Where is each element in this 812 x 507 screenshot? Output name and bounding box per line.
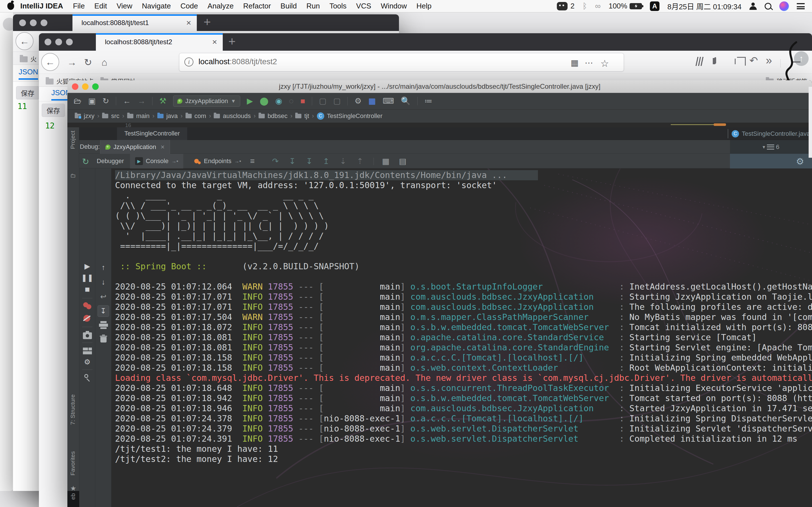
close-window-button[interactable] [19,19,26,26]
wrench-icon[interactable]: ⚙ [354,97,361,105]
up-stack-icon[interactable]: ↑ [95,263,111,272]
menu-item-refactor[interactable]: Refactor [243,2,271,10]
minimize-window-button[interactable] [55,39,62,45]
artifacts-icon[interactable]: ▢ [333,97,341,105]
sync-icon[interactable]: ↻ [102,97,109,105]
breadcrumb-item-jzxy[interactable]: jzxy [84,112,94,120]
forward-icon[interactable]: → [138,97,146,105]
back-button[interactable]: ← [15,32,34,50]
pause-icon[interactable]: ❚❚ [79,274,95,282]
resume-icon[interactable]: ▶ [79,262,95,271]
breadcrumb-item-bdbsec[interactable]: bdbsec [267,112,288,120]
input-source-icon[interactable]: A [650,1,659,11]
window-controls[interactable] [45,39,73,45]
zoom-window-button[interactable] [92,83,99,90]
print-icon[interactable] [99,321,108,328]
open-icon[interactable]: 🗁 [73,97,82,105]
close-window-button[interactable] [72,83,79,90]
new-tab-button[interactable]: + [204,15,211,29]
arrow-up-icon[interactable]: ↥ [323,157,329,166]
sidebar-item-partial[interactable]: eb [70,493,77,500]
pin-icon[interactable]: →▪ [171,158,178,164]
tab-endpoints[interactable]: Endpoints →▪ [189,154,246,168]
debug-session-tab[interactable]: JzxyApplication × [100,140,170,154]
menu-item-build[interactable]: Build [281,2,297,10]
url-bar[interactable]: i localhost:8088/tjt/test2 ▦ ⋯ ☆ [179,53,624,71]
wechat-status[interactable]: 2 [557,2,574,10]
gear-icon[interactable]: ⚙ [79,358,95,367]
bluetooth-icon[interactable]: ᛒ [582,2,587,11]
minimize-window-button[interactable] [30,19,37,26]
zoom-window-button[interactable] [66,39,73,45]
debug-bug-icon[interactable]: ⬤ [260,97,268,105]
evaluate-icon[interactable]: ▦ [382,157,389,166]
arrow-down-icon[interactable]: ↧ [289,157,296,166]
menu-item-code[interactable]: Code [181,2,198,10]
breadcrumb-item-com[interactable]: com [195,112,206,120]
screenshot-icon[interactable] [735,59,735,64]
menu-item-navigate[interactable]: Navigate [142,2,171,10]
menu-item-file[interactable]: File [73,2,85,10]
sidebar-item-structure[interactable]: 7: Structure [69,394,76,425]
terminal-icon[interactable]: ⌨ [383,97,394,105]
menu-item-window[interactable]: Window [381,2,407,10]
breadcrumb-item-src[interactable]: src [111,112,119,120]
close-tab-icon[interactable]: × [186,18,191,27]
menu-item-edit[interactable]: Edit [94,2,107,10]
bookmark-folder[interactable]: 火 [31,56,37,63]
console-output[interactable]: /Library/Java/JavaVirtualMachines/jdk1.8… [111,168,812,507]
scroll-to-end-icon[interactable]: ↧ [98,305,109,317]
rerun-icon[interactable]: ↻ [82,157,89,166]
toolbar-settings-icon[interactable]: ≔ [424,97,432,105]
undo-icon[interactable]: ↶ [749,55,758,66]
url-text[interactable]: localhost:8088/tjt/test2 [199,57,277,66]
view-breakpoints-icon[interactable] [83,302,92,309]
layout-lines-icon[interactable]: ≡ [250,157,255,166]
close-tab-icon[interactable]: × [212,37,217,47]
page-actions-icon[interactable]: ⋯ [585,58,593,68]
breadcrumb-item-main[interactable]: main [136,112,150,120]
jump-source-icon[interactable]: ⇣ [340,157,346,166]
run-configuration-select[interactable]: JzxyApplication ▼ [173,96,240,107]
menu-item-vcs[interactable]: VCS [356,2,371,10]
breadcrumb-item-java[interactable]: java [166,112,177,120]
tab-json[interactable]: JSON [18,68,38,80]
mute-breakpoints-icon[interactable] [84,315,90,322]
menu-bar-clock[interactable]: 8月25日 周二 01:09:34 [667,1,742,11]
browser-tab-test1[interactable]: localhost:8088/tjt/test1 × [72,14,197,31]
site-info-icon[interactable]: i [185,57,193,66]
back-icon[interactable]: ← [123,97,131,105]
zoom-window-button[interactable] [41,19,47,26]
hidden-tabs-indicator[interactable]: ▾ 6 [730,140,812,154]
close-window-button[interactable] [45,39,51,45]
menu-item-view[interactable]: View [116,2,132,10]
sidebar-item-favorites[interactable]: Favorites [69,451,76,475]
ide-title-bar[interactable]: jzxy [/TJT/jiuzhou/my_work/jzxy] - .../s… [67,80,812,93]
stop-icon[interactable]: ■ [300,97,305,105]
project-structure-icon[interactable]: ▦ [368,97,375,105]
coverage-icon[interactable]: ◉ [275,97,282,105]
build-hammer-icon[interactable]: ⚒ [159,97,166,105]
spotlight-search-icon[interactable] [765,3,771,10]
siri-icon[interactable] [779,1,789,11]
minimize-window-button[interactable] [82,83,89,90]
browser-tab-test2[interactable]: localhost:8088/tjt/test2 × [96,33,223,51]
close-session-icon[interactable]: × [161,143,165,151]
search-everywhere-icon[interactable]: 🔍 [401,97,410,105]
overflow-chevrons-icon[interactable]: » [766,54,772,67]
save-all-icon[interactable]: ▣ [88,97,96,105]
profiler-icon[interactable]: ◌ [289,97,294,105]
intellij-window[interactable]: jzxy [/TJT/jiuzhou/my_work/jzxy] - .../s… [67,80,812,507]
save-button[interactable]: 保存 [42,104,65,117]
user-icon[interactable] [749,3,757,10]
tab-console[interactable]: ▶ Console →▪ [130,154,183,168]
forward-button[interactable]: → [67,57,77,68]
arrow-down-icon[interactable]: ↧ [306,157,312,166]
window-controls[interactable] [19,19,47,26]
save-button[interactable]: 保存 [16,86,39,100]
menu-item-tools[interactable]: Tools [329,2,347,10]
down-stack-icon[interactable]: ↓ [95,278,111,286]
battery-status[interactable]: 100% [608,2,642,10]
library-icon[interactable] [696,57,705,66]
soft-wrap-icon[interactable]: ↩ [95,292,111,301]
